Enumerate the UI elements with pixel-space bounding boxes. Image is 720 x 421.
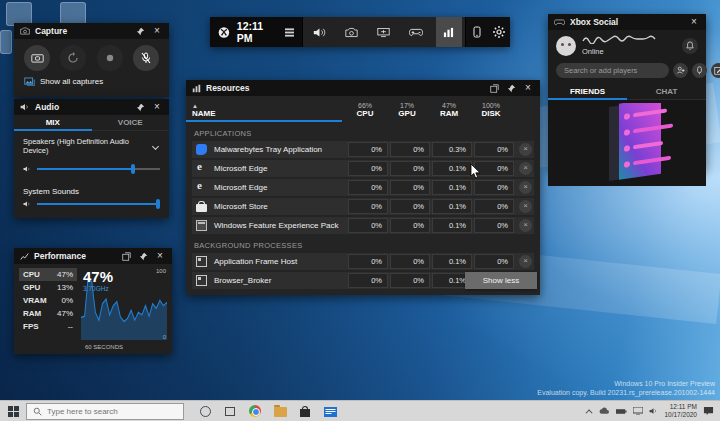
end-task-icon[interactable]: ×	[519, 143, 532, 156]
file-explorer-button[interactable]	[273, 404, 287, 418]
close-icon[interactable]: ×	[154, 250, 166, 262]
end-task-icon[interactable]: ×	[519, 162, 532, 175]
notifications-button[interactable]	[682, 38, 698, 54]
social-search-row	[548, 59, 706, 82]
speakers-volume-slider[interactable]	[23, 165, 160, 173]
tab-chat[interactable]: CHAT	[627, 84, 706, 99]
record-last-30s-button[interactable]	[60, 45, 86, 71]
metric-ram[interactable]: RAM47%	[19, 307, 77, 320]
looking-for-group-button[interactable]	[692, 63, 707, 78]
end-task-icon[interactable]: ×	[519, 219, 532, 232]
capture-panel: Capture × Show all captures	[14, 23, 169, 97]
pin-icon[interactable]	[505, 82, 517, 94]
phone-button[interactable]	[466, 19, 488, 45]
gpu-column-header[interactable]: 17% GPU	[386, 102, 428, 118]
onedrive-cloud-icon[interactable]	[599, 407, 610, 415]
xbox-social-widget-button[interactable]	[403, 19, 429, 45]
system-sounds-slider[interactable]	[23, 200, 160, 208]
social-titlebar[interactable]: Xbox Social ×	[548, 14, 706, 30]
tab-voice[interactable]: VOICE	[92, 115, 170, 130]
tray-chevron-up-icon[interactable]	[586, 409, 593, 416]
start-button[interactable]	[0, 406, 26, 417]
browser-button[interactable]	[248, 404, 262, 418]
close-icon[interactable]: ×	[151, 101, 163, 113]
battery-icon[interactable]	[616, 408, 627, 415]
end-task-icon[interactable]: ×	[519, 255, 532, 268]
resources-titlebar[interactable]: Resources ×	[186, 80, 540, 96]
desktop-icon-recycle-bin[interactable]	[0, 30, 12, 54]
metric-cpu[interactable]: CPU47%	[19, 268, 77, 281]
table-row[interactable]: Windows Feature Experience Pack0%0%0.1%0…	[192, 217, 534, 234]
metric-gpu[interactable]: GPU13%	[19, 281, 77, 294]
usage-value: 0.1%	[432, 161, 472, 176]
slider-handle[interactable]	[156, 199, 160, 209]
metric-label: VRAM	[23, 296, 47, 305]
pin-icon[interactable]	[137, 250, 149, 262]
disk-column-header[interactable]: 100% DISK	[470, 102, 512, 118]
tab-friends[interactable]: FRIENDS	[548, 84, 627, 99]
process-name: Application Frame Host	[207, 257, 346, 266]
name-column-header[interactable]: ▲ NAME	[192, 103, 344, 118]
volume-icon[interactable]	[649, 407, 658, 415]
cortana-button[interactable]	[198, 404, 212, 418]
xbox-logo-icon[interactable]	[218, 26, 230, 39]
search-input[interactable]	[47, 407, 167, 416]
settings-button[interactable]	[488, 19, 510, 45]
tab-mix[interactable]: MIX	[14, 115, 92, 130]
capture-widget-button[interactable]	[339, 19, 365, 45]
end-task-icon[interactable]: ×	[519, 181, 532, 194]
table-row[interactable]: Microsoft Store0%0%0.1%0%×	[192, 198, 534, 215]
show-less-button[interactable]: Show less	[465, 272, 537, 289]
audio-titlebar[interactable]: Audio ×	[14, 99, 169, 115]
action-center-icon[interactable]	[703, 406, 714, 416]
table-row[interactable]: Microsoft Edge0%0%0.1%0%×	[192, 160, 534, 177]
mail-button[interactable]	[323, 404, 337, 418]
end-task-icon[interactable]: ×	[519, 200, 532, 213]
performance-widget-button[interactable]	[436, 17, 462, 47]
process-name: Microsoft Store	[207, 202, 346, 211]
pin-icon[interactable]	[134, 101, 146, 113]
pin-icon[interactable]	[134, 25, 146, 37]
add-friend-button[interactable]	[673, 63, 688, 78]
metric-fps[interactable]: FPS--	[19, 320, 77, 333]
controller-small-icon	[695, 66, 704, 75]
store-button[interactable]	[298, 404, 312, 418]
task-view-icon	[225, 407, 235, 416]
metric-vram[interactable]: VRAM0%	[19, 294, 77, 307]
avatar[interactable]	[556, 36, 576, 56]
audio-widget-button[interactable]	[306, 19, 332, 45]
usage-value: 0%	[474, 218, 514, 233]
process-name: Microsoft Edge	[207, 164, 346, 173]
search-players-input[interactable]	[556, 63, 669, 78]
cpu-column-header[interactable]: 66% CPU	[344, 102, 386, 118]
usage-value: 0%	[474, 254, 514, 269]
friends-empty-illustration	[548, 100, 706, 186]
close-icon[interactable]: ×	[688, 16, 700, 28]
close-icon[interactable]: ×	[522, 82, 534, 94]
slider-handle[interactable]	[131, 164, 135, 174]
taskbar-search[interactable]	[26, 403, 184, 420]
widget-menu-icon[interactable]	[285, 28, 294, 37]
mic-toggle-button[interactable]	[133, 45, 159, 71]
table-row[interactable]: Malwarebytes Tray Application0%0%0.3%0%×	[192, 141, 534, 158]
close-icon[interactable]: ×	[151, 25, 163, 37]
overlay-icon[interactable]	[488, 82, 500, 94]
gallery-icon	[24, 77, 35, 86]
network-icon[interactable]	[633, 407, 643, 415]
screenshot-button[interactable]	[24, 45, 50, 71]
table-row[interactable]: Microsoft Edge0%0%0.1%0%×	[192, 179, 534, 196]
capture-titlebar[interactable]: Capture ×	[14, 23, 169, 39]
new-message-button[interactable]	[711, 63, 720, 78]
usage-value: 0%	[348, 273, 388, 288]
broadcast-widget-button[interactable]	[371, 19, 397, 45]
overlay-icon[interactable]	[120, 250, 132, 262]
table-row[interactable]: Application Frame Host0%0%0.1%0%×	[192, 253, 534, 270]
show-all-captures-link[interactable]: Show all captures	[14, 75, 169, 88]
ram-column-header[interactable]: 47% RAM	[428, 102, 470, 118]
audio-device-select[interactable]: Speakers (High Definition Audio Device)	[23, 137, 160, 155]
tray-clock[interactable]: 12:11 PM 10/17/2020	[664, 403, 697, 419]
start-recording-button[interactable]	[97, 45, 123, 71]
task-view-button[interactable]	[223, 404, 237, 418]
resources-panel: Resources × ▲ NAME 66% CPU 17% GPU 47% R…	[186, 80, 540, 295]
performance-titlebar[interactable]: Performance ×	[14, 248, 172, 264]
